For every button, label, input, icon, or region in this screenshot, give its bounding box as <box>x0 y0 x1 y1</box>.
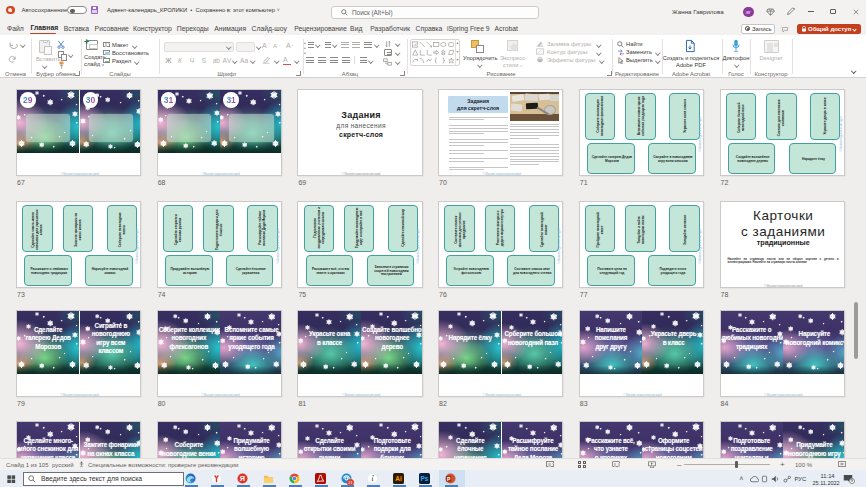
svg-text:Ai: Ai <box>395 475 402 482</box>
svg-text:Я: Я <box>240 474 245 483</box>
svg-text:Ps: Ps <box>421 475 429 482</box>
